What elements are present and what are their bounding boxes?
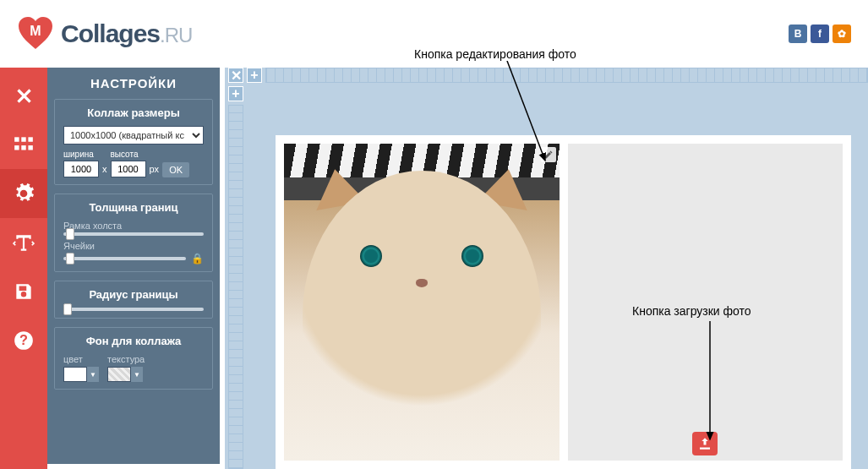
grid-button[interactable] xyxy=(0,120,47,169)
svg-rect-4 xyxy=(14,145,19,150)
frame-slider[interactable] xyxy=(63,232,204,236)
svg-rect-5 xyxy=(21,145,25,150)
panel-title: НАСТРОЙКИ xyxy=(47,68,220,99)
bg-title: Фон для коллажа xyxy=(63,335,204,347)
px-label: px xyxy=(150,164,160,177)
svg-rect-2 xyxy=(21,137,25,141)
ruler-vertical[interactable] xyxy=(228,105,243,469)
photo-cell-2[interactable] xyxy=(568,144,843,461)
ruler-horizontal[interactable] xyxy=(265,68,868,83)
settings-button[interactable] xyxy=(0,169,47,218)
width-input[interactable] xyxy=(63,161,99,177)
collage-canvas xyxy=(276,135,851,469)
lock-icon[interactable]: 🔒 xyxy=(191,253,204,264)
photo-cell-1[interactable] xyxy=(284,144,560,461)
text-button[interactable] xyxy=(0,218,47,267)
bg-texture-swatch[interactable] xyxy=(107,367,131,382)
width-label: ширина xyxy=(63,150,99,159)
svg-rect-3 xyxy=(28,137,32,141)
social-ok-button[interactable]: ✿ xyxy=(833,25,851,43)
close-button[interactable] xyxy=(0,71,47,120)
cells-label: Ячейки xyxy=(63,241,204,251)
upload-photo-button[interactable] xyxy=(692,432,718,455)
border-title: Толщина границ xyxy=(63,201,204,214)
radius-section: Радиус границы xyxy=(54,281,213,319)
sidebar: ? xyxy=(0,68,47,469)
logo-text: Collages.RU xyxy=(61,19,192,48)
radius-title: Радиус границы xyxy=(63,288,204,301)
bg-section: Фон для коллажа цвет▼ текстура▼ xyxy=(54,327,213,390)
ruler-corner-close[interactable]: ✕ xyxy=(228,68,243,83)
svg-rect-1 xyxy=(14,137,19,141)
social-vk-button[interactable]: B xyxy=(789,25,807,43)
size-preset-select[interactable]: 1000x1000 (квадратный кс xyxy=(63,126,204,145)
social-fb-button[interactable]: f xyxy=(811,25,829,43)
frame-label: Рамка холста xyxy=(63,221,204,231)
save-button[interactable] xyxy=(0,267,47,316)
radius-slider[interactable] xyxy=(63,308,204,311)
svg-rect-6 xyxy=(28,145,32,150)
help-button[interactable]: ? xyxy=(0,316,47,365)
cells-slider[interactable] xyxy=(63,257,186,260)
canvas-area: ✕ + + xyxy=(225,68,868,469)
svg-text:M: M xyxy=(30,24,41,38)
settings-panel: НАСТРОЙКИ Коллаж размеры 1000x1000 (квад… xyxy=(47,68,225,469)
bg-texture-label: текстура xyxy=(107,354,145,364)
photo-image xyxy=(284,144,560,461)
size-title: Коллаж размеры xyxy=(63,106,204,119)
size-section: Коллаж размеры 1000x1000 (квадратный кс … xyxy=(54,99,213,185)
edit-photo-button[interactable] xyxy=(541,147,556,162)
add-row-button[interactable]: + xyxy=(228,86,243,101)
bg-color-dropdown[interactable]: ▼ xyxy=(87,367,99,382)
bg-color-swatch[interactable] xyxy=(63,367,87,382)
size-ok-button[interactable]: OK xyxy=(162,162,189,177)
height-label: высота xyxy=(111,150,146,159)
logo[interactable]: M Collages.RU xyxy=(17,15,192,52)
bg-color-label: цвет xyxy=(63,354,99,364)
pencil-icon xyxy=(543,150,554,160)
svg-text:?: ? xyxy=(19,332,28,347)
x-sep: x xyxy=(102,164,107,177)
border-section: Толщина границ Рамка холста Ячейки 🔒 xyxy=(54,194,213,272)
add-column-button[interactable]: + xyxy=(247,68,262,83)
bg-texture-dropdown[interactable]: ▼ xyxy=(131,367,143,382)
height-input[interactable] xyxy=(111,161,146,177)
upload-icon xyxy=(697,436,712,451)
logo-heart-icon: M xyxy=(17,15,54,52)
